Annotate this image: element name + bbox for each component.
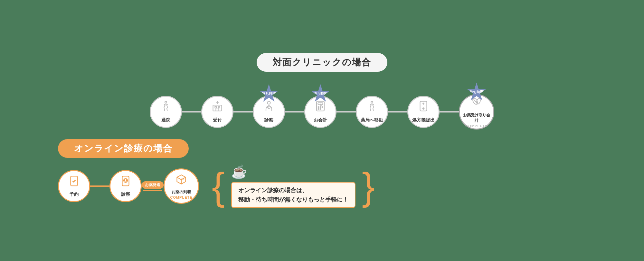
starburst-1: 待ち時間 — [259, 84, 279, 104]
svg-point-0 — [165, 101, 167, 103]
box-medicine-icon — [175, 173, 187, 187]
step-circle-shohousen: 処方箋提出 — [407, 96, 440, 128]
info-text-box: オンライン診療の場合は、 移動・待ち時間が無くなりもっと手軽に！ — [231, 182, 355, 208]
phone-plus-icon — [418, 100, 429, 114]
connector-3 — [285, 111, 304, 113]
info-content: ☕ オンライン診療の場合は、 移動・待ち時間が無くなりもっと手軽に！ — [231, 164, 355, 208]
connector-6 — [440, 111, 459, 113]
connector-2 — [233, 111, 253, 113]
step-tsuin: 通院 — [150, 96, 182, 128]
online-section-label: オンライン診療の場合 — [58, 139, 189, 158]
online-section: オンライン診療の場合 予約 — [45, 139, 599, 208]
step-circle-uketsuke: 受付 — [201, 96, 233, 128]
svg-rect-3 — [218, 107, 220, 108]
badge-machi-1: 待ち時間 — [259, 84, 279, 104]
step-circle-yakkyoku: 薬局へ移動 — [356, 96, 388, 128]
step-shinsatsu-online: 診察 — [109, 170, 142, 202]
info-text-line2: 移動・待ち時間が無くなりもっと手軽に！ — [238, 195, 348, 204]
top-flow-section: 対面クリニックの場合 通院 — [45, 53, 599, 130]
step-label-shohousen: 処方箋提出 — [412, 117, 435, 123]
left-brace: { — [212, 167, 225, 205]
step-label-okaikei: お会計 — [314, 117, 327, 123]
phone-check-icon — [68, 175, 80, 189]
step-shohousen: 処方箋提出 — [407, 96, 440, 128]
connector-1 — [182, 111, 201, 113]
starburst-2: 待ち時間 — [311, 84, 330, 104]
step-label-otodoke: お薬受け取り会計 — [462, 113, 491, 123]
step-yakkyoku: 薬局へ移動 — [356, 96, 388, 128]
svg-point-13 — [371, 101, 373, 103]
step-label-okusuri: お薬の到着 — [172, 189, 191, 195]
online-flow-row: 予約 診察 — [45, 164, 599, 208]
online-complete-text: COMPLETE — [170, 195, 192, 199]
connector-5 — [388, 111, 407, 113]
svg-rect-2 — [215, 107, 217, 108]
connector-4 — [336, 111, 356, 113]
connector-online-1 — [90, 185, 109, 187]
step-circle-okusuri: お薬の到着 COMPLETE — [164, 168, 199, 204]
step-okusuri: お薬の到着 COMPLETE — [164, 168, 199, 204]
badge-machi-2: 待ち時間 — [311, 84, 330, 104]
step-otodoke: 待ち時間 お薬受け取り会計 COMPLETE — [459, 94, 494, 130]
brace-info: { ☕ オンライン診療の場合は、 移動・待ち時間が無くなりもっと手軽に！ } — [212, 164, 599, 208]
connector-badge-wrap: お薬発送 — [142, 181, 164, 191]
right-brace: } — [362, 167, 375, 205]
svg-point-24 — [124, 179, 125, 180]
step-shinsatsu: 待ち時間 診察 — [253, 96, 285, 128]
step-circle-shinsatsu-online: 診察 — [109, 170, 142, 202]
step-label-shinsatsu-online: 診察 — [121, 192, 130, 197]
svg-point-10 — [322, 107, 323, 108]
walk-icon — [160, 100, 172, 114]
step-uketsuke: 受付 — [201, 96, 233, 128]
tea-icon: ☕ — [231, 164, 247, 179]
step-circle-tsuin: 通院 — [150, 96, 182, 128]
svg-point-9 — [320, 107, 321, 108]
top-section-label: 対面クリニックの場合 — [257, 53, 387, 72]
svg-point-27 — [182, 178, 184, 180]
svg-point-25 — [126, 179, 127, 180]
svg-point-15 — [423, 108, 424, 109]
starburst-3: 待ち時間 — [467, 83, 486, 102]
badge-machi-3: 待ち時間 — [467, 83, 486, 102]
connector-badge: お薬発送 — [142, 181, 164, 189]
svg-point-12 — [320, 109, 321, 110]
step-label-tsuin: 通院 — [161, 117, 170, 123]
step-okaikei: 待ち時間 — [304, 96, 336, 128]
top-flow-row: 通院 受付 — [45, 78, 599, 130]
svg-point-8 — [318, 107, 319, 108]
svg-point-11 — [318, 109, 319, 110]
step-label-shinsatsu: 診察 — [264, 117, 273, 123]
connector-line-orange — [143, 190, 162, 191]
step-label-yoyaku: 予約 — [70, 192, 79, 197]
top-section-label-wrap: 対面クリニックの場合 — [45, 53, 599, 72]
online-label-wrap: オンライン診療の場合 — [45, 139, 599, 158]
phone-face-icon — [120, 175, 131, 189]
svg-rect-22 — [122, 176, 129, 186]
walk2-icon — [366, 100, 378, 114]
step-label-yakkyoku: 薬局へ移動 — [361, 117, 383, 123]
step-label-uketsuke: 受付 — [213, 117, 222, 123]
step-yoyaku: 予約 — [58, 170, 90, 202]
step-circle-yoyaku: 予約 — [58, 170, 90, 202]
info-text-line1: オンライン診療の場合は、 — [238, 186, 348, 195]
hospital-icon — [212, 100, 223, 114]
main-container: 対面クリニックの場合 通院 — [32, 47, 612, 215]
top-complete-text: COMPLETE — [465, 124, 488, 128]
